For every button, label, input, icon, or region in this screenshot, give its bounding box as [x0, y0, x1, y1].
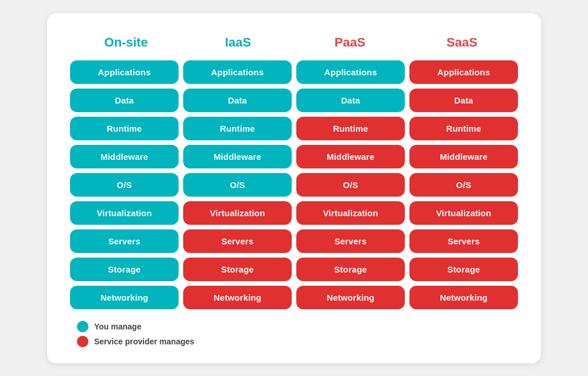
cell-8-3: Networking [409, 286, 518, 309]
cell-0-3: Applications [409, 60, 518, 84]
cell-4-3: O/S [409, 173, 518, 197]
legend-dot-teal [77, 321, 88, 332]
cell-1-0: Data [70, 89, 179, 112]
cell-8-1: Networking [183, 286, 292, 309]
cell-7-0: Storage [70, 258, 179, 281]
cell-6-3: Servers [409, 229, 518, 253]
column-headers: On-siteIaaSPaaSSaaS [70, 32, 518, 53]
cell-6-2: Servers [296, 229, 405, 253]
cell-2-2: Runtime [296, 117, 405, 140]
cell-0-1: Applications [183, 60, 292, 84]
cell-0-2: Applications [296, 60, 405, 84]
legend-item-teal: You manage [77, 321, 518, 332]
cell-5-1: Virtualization [183, 201, 292, 225]
cell-8-2: Networking [296, 286, 405, 309]
legend-label-red: Service provider manages [94, 337, 194, 346]
cell-2-3: Runtime [409, 117, 518, 140]
cell-1-1: Data [183, 89, 292, 112]
cell-3-3: Middleware [409, 145, 518, 168]
col-header-onsite: On-site [70, 32, 182, 53]
cell-7-3: Storage [409, 258, 518, 281]
legend-dot-red [77, 336, 88, 347]
cell-4-1: O/S [183, 173, 292, 197]
cell-6-1: Servers [183, 229, 292, 253]
grid-body: ApplicationsApplicationsApplicationsAppl… [70, 60, 518, 309]
cell-5-0: Virtualization [70, 201, 179, 225]
cell-2-0: Runtime [70, 117, 179, 140]
cell-4-2: O/S [296, 173, 405, 197]
cell-0-0: Applications [70, 60, 179, 84]
cell-7-2: Storage [296, 258, 405, 281]
cell-3-2: Middleware [296, 145, 405, 168]
comparison-card: On-siteIaaSPaaSSaaS ApplicationsApplicat… [47, 13, 541, 363]
col-header-paas: PaaS [294, 32, 406, 53]
cell-2-1: Runtime [183, 117, 292, 140]
cell-7-1: Storage [183, 258, 292, 281]
cell-5-3: Virtualization [409, 201, 518, 225]
cell-6-0: Servers [70, 229, 179, 253]
legend: You manageService provider manages [77, 321, 518, 347]
cell-3-1: Middleware [183, 145, 292, 168]
legend-label-teal: You manage [94, 322, 141, 331]
cell-5-2: Virtualization [296, 201, 405, 225]
col-header-iaas: IaaS [182, 32, 294, 53]
cell-1-2: Data [296, 89, 405, 112]
cell-4-0: O/S [70, 173, 179, 197]
col-header-saas: SaaS [406, 32, 518, 53]
cell-8-0: Networking [70, 286, 179, 309]
cell-1-3: Data [409, 89, 518, 112]
cell-3-0: Middleware [70, 145, 179, 168]
legend-item-red: Service provider manages [77, 336, 518, 347]
